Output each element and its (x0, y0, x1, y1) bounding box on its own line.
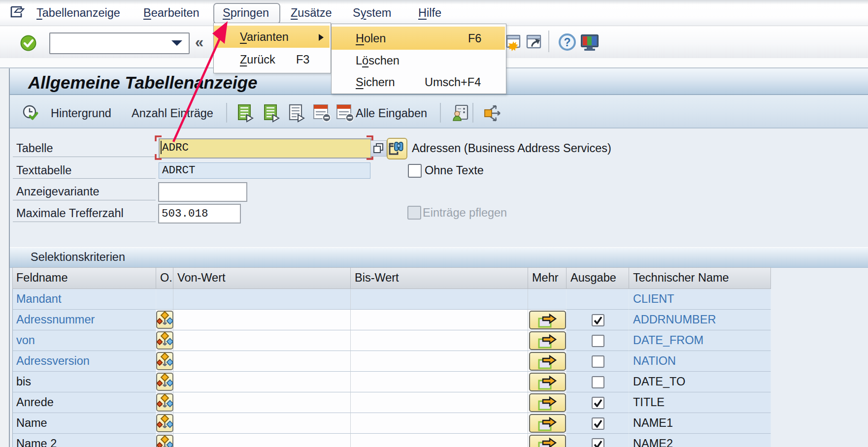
svg-text:?: ? (564, 36, 570, 49)
